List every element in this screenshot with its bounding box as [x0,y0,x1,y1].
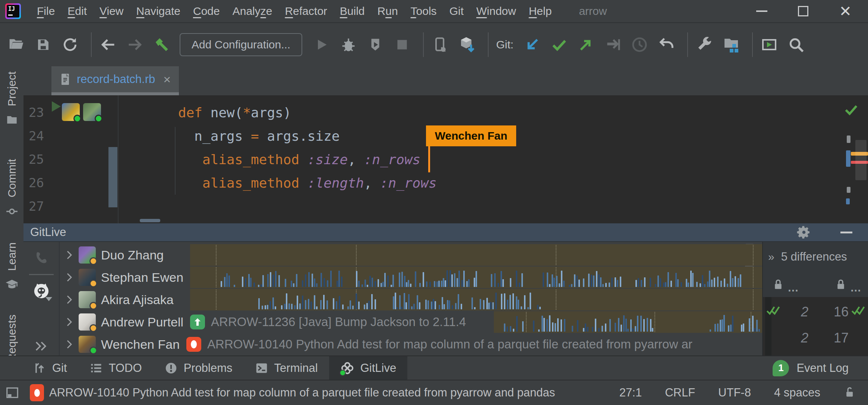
expand-chevron-icon[interactable] [65,249,73,261]
menu-analyze[interactable]: Analyze [226,5,279,17]
inspection-ok-icon[interactable] [843,102,858,117]
search-everywhere-icon[interactable] [787,36,805,54]
history-icon[interactable] [631,36,648,54]
maximize-button[interactable] [798,6,808,16]
tool-tab-problems[interactable]: Problems [153,356,244,380]
diff-line-left: 2 [787,325,808,351]
settings-wrench-icon[interactable] [695,36,713,54]
lock-left[interactable]: … [773,278,799,291]
gear-icon[interactable] [796,225,811,240]
tool-tab-todo[interactable]: TODO [78,356,153,380]
save-all-icon[interactable] [34,36,52,54]
recording-badge-icon[interactable] [30,384,44,401]
menu-view[interactable]: View [93,5,130,17]
stripe-mark[interactable] [846,150,850,167]
project-structure-icon[interactable] [722,36,740,54]
expand-chevron-icon[interactable] [65,316,73,328]
timeline-bar [286,293,287,309]
expand-chevrons-icon[interactable]: » [768,251,773,263]
avatar [79,246,96,264]
github-icon[interactable] [33,283,50,300]
diff-row[interactable]: 216 [763,299,868,325]
git-merge-icon[interactable] [604,36,622,54]
vertical-scrollbar[interactable] [855,140,867,180]
git-update-icon[interactable] [523,36,541,54]
horizontal-scrollbar[interactable] [140,219,160,222]
timeline-bar [538,329,540,332]
call-icon[interactable] [33,250,50,267]
editor-tab[interactable]: record-batch.rb × [51,66,179,92]
status-message[interactable]: ARROW-10140 Python Add test for map colu… [49,386,555,399]
stripe-mark[interactable] [847,135,850,143]
file-encoding[interactable]: UTF-8 [718,386,751,399]
sync-packages-icon[interactable] [458,36,476,54]
toolwindow-toggle-icon[interactable] [5,386,19,400]
hide-panel-icon[interactable] [840,232,852,233]
tool-tab-terminal[interactable]: Terminal [244,356,329,380]
menu-git[interactable]: Git [443,5,470,17]
close-button[interactable]: ✕ [839,4,852,19]
line-separator[interactable]: CRLF [665,386,695,399]
lock-right[interactable]: … [835,278,861,291]
back-icon[interactable] [99,36,117,54]
stripe-tab-learn[interactable]: Learn [0,242,23,292]
sync-icon[interactable] [61,36,79,54]
stripe-tab-requests[interactable]: Requests [0,315,23,355]
expand-chevron-icon[interactable] [65,294,73,305]
forward-icon[interactable] [126,36,144,54]
gitlive-user-row[interactable]: Stephan Ewen [60,266,762,288]
stripe-tab-commit[interactable]: Commit [0,159,23,217]
menu-edit[interactable]: Edit [61,5,93,17]
timeline-bar [533,321,534,332]
build-hammer-icon[interactable] [153,36,171,54]
gitlive-user-row[interactable]: Duo Zhang [60,244,762,266]
menu-window[interactable]: Window [470,5,523,17]
unlock-icon[interactable] [843,386,855,399]
stop-icon[interactable] [393,36,411,54]
diff-row[interactable]: 218 [763,351,868,355]
status-bar: ARROW-10140 Python Add test for map colu… [0,380,868,405]
run-anything-icon[interactable] [760,36,778,54]
gitlive-user-row[interactable]: Andrew PurtellARROW-11236 [Java] Bump Ja… [60,311,762,333]
open-project-icon[interactable] [7,36,25,54]
stripe-mark[interactable] [847,187,850,193]
gitlive-user-row[interactable]: Wenchen FanARROW-10140 Python Add test f… [60,333,762,355]
menu-code[interactable]: Code [187,5,226,17]
git-push-icon[interactable] [577,36,595,54]
git-commit-icon[interactable] [550,36,568,54]
menu-refactor[interactable]: Refactor [278,5,333,17]
add-configuration-button[interactable]: Add Configuration... [180,33,302,56]
code-editor[interactable]: 23def new(*args)24 n_args = args.size25 … [23,95,868,223]
menu-file[interactable]: File [31,5,61,17]
caret-position[interactable]: 27:1 [619,386,642,399]
menu-help[interactable]: Help [523,5,558,17]
diff-row[interactable]: 217 [763,325,868,351]
event-log-button[interactable]: 1Event Log [773,356,868,380]
terminal-icon [255,361,268,375]
menu-navigate[interactable]: Navigate [130,5,187,17]
stripe-mark[interactable] [846,198,850,204]
attach-device-icon[interactable] [431,36,449,54]
more-chevrons-icon[interactable] [34,341,49,352]
debug-icon[interactable] [340,36,357,54]
collaborator-avatar[interactable] [83,103,101,121]
close-tab-icon[interactable]: × [163,73,171,86]
run-with-coverage-icon[interactable] [366,36,384,54]
stripe-tab-label: Commit [6,159,18,197]
collaborator-avatar[interactable] [62,103,80,121]
run-gutter-icon[interactable] [52,101,61,112]
tool-tab-gitlive[interactable]: GitLive [329,356,407,380]
expand-chevron-icon[interactable] [65,272,73,283]
menu-build[interactable]: Build [334,5,371,17]
expand-chevron-icon[interactable] [65,339,73,350]
indent-setting[interactable]: 4 spaces [774,386,820,399]
minimize-button[interactable] [756,10,767,12]
stripe-tab-project[interactable]: Project [0,71,23,126]
rollback-icon[interactable] [657,36,675,54]
menu-run[interactable]: Run [371,5,404,17]
timeline-guide [751,312,751,332]
run-icon[interactable] [313,36,331,54]
menu-tools[interactable]: Tools [404,5,443,17]
tool-tab-git[interactable]: Git [22,356,78,380]
gitlive-user-row[interactable]: Akira Ajisaka [60,288,762,311]
